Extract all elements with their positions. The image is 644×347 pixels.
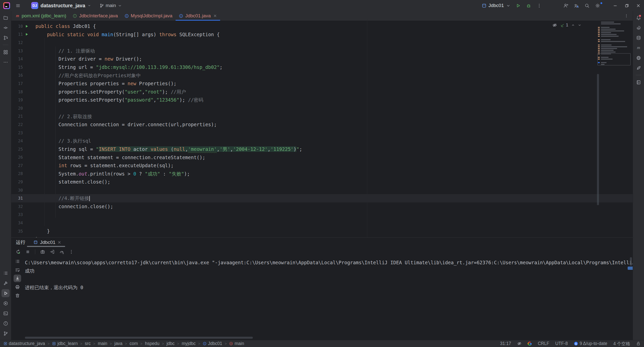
main-menu-button[interactable] (13, 2, 23, 10)
code-line-16[interactable]: 16 //用户名密码放在Properties对象中 (11, 71, 633, 80)
breadcrumb-item-jdbc01[interactable]: CJdbc01 (203, 341, 222, 346)
tool-button-maven[interactable]: m (634, 44, 642, 52)
breadcrumb-item-hspedu[interactable]: hspedu (145, 341, 159, 346)
camera-button[interactable] (39, 248, 46, 255)
code-line-35[interactable]: 35 } (11, 227, 633, 235)
window-close-button[interactable] (632, 1, 644, 11)
code-line-25[interactable]: 25 String sql = "INSERT INTO actor value… (11, 145, 633, 153)
tool-button-pullrequest[interactable] (2, 34, 10, 42)
translate-button[interactable]: 文A (571, 2, 582, 10)
console-hscrollbar[interactable] (25, 337, 253, 339)
close-icon[interactable] (213, 14, 217, 18)
code-line-20[interactable]: 20 (11, 104, 633, 112)
code-line-14[interactable]: 14 Driver driver = new Driver(); (11, 55, 633, 63)
tool-button-hammer[interactable] (2, 279, 10, 287)
rerun-button[interactable] (14, 248, 22, 255)
code-line-24[interactable]: 24 // 3.执行sql (11, 137, 633, 145)
breadcrumb-item-datastructure_java[interactable]: datastructure_java (4, 341, 45, 346)
code-line-21[interactable]: 21 // 2.获取连接 (11, 112, 633, 121)
tool-button-more[interactable] (2, 58, 10, 66)
tool-button-folder[interactable] (2, 14, 10, 22)
attach-button[interactable] (48, 248, 56, 255)
editor-tab-mysqljdbcimpl-java[interactable]: CMysqlJdbcImpl.java (121, 11, 176, 21)
run-config-selector[interactable]: Jdbc01 (482, 3, 511, 8)
breadcrumb-item-java[interactable]: java (114, 341, 123, 346)
inspections-widget[interactable]: 1 (552, 23, 581, 28)
editor-tab-pom-xml-jdbc-learn-[interactable]: mpom.xml (jdbc_learn) (12, 11, 69, 21)
code-line-11[interactable]: 11 public static void main(String[] args… (11, 30, 633, 39)
code-line-31[interactable]: 31 //4.断开链接 (11, 194, 633, 202)
run-button[interactable] (513, 2, 523, 10)
vcs-branch-widget[interactable]: main (100, 3, 122, 8)
list-button[interactable] (14, 257, 21, 265)
code-line-10[interactable]: 10public class Jdbc01 { (11, 22, 633, 30)
breadcrumb-item-jdbc_learn[interactable]: jdbc_learn (52, 341, 78, 346)
run-line-icon[interactable] (25, 32, 29, 36)
run-line-icon[interactable] (25, 24, 29, 28)
breadcrumb-item-myjdbc[interactable]: myjdbc (182, 341, 195, 346)
tool-button-problems[interactable] (2, 319, 10, 327)
breadcrumb-item-jdbc[interactable]: jdbc (167, 341, 175, 346)
translation-engine[interactable] (528, 341, 532, 346)
code-line-34[interactable]: 34 (11, 219, 633, 227)
tool-button-branch[interactable] (2, 329, 10, 337)
editor-tab-jdbcinterface-java[interactable]: IJdbcInterface.java (69, 11, 121, 21)
editor-tab-jdbc01-java[interactable]: CJdbc01.java (176, 11, 220, 21)
highlighting-eye-icon[interactable] (552, 23, 557, 27)
breadcrumb-item-src[interactable]: src (85, 341, 91, 346)
code-line-15[interactable]: 15 String url = "jdbc:mysql://100.113.19… (11, 63, 633, 71)
highlighting-level[interactable] (517, 341, 521, 346)
caret-position[interactable]: 31:17 (500, 341, 511, 346)
indent[interactable]: 4 个空格 (613, 341, 630, 347)
chevron-up-icon[interactable] (571, 23, 575, 27)
code-line-17[interactable]: 17 Properties properties = new Propertie… (11, 79, 633, 88)
code-line-12[interactable]: 12 (11, 38, 633, 47)
code-line-23[interactable]: 23 (11, 129, 633, 137)
tool-button-bell[interactable] (634, 14, 642, 22)
code-line-27[interactable]: 27 int rows = statement.executeUpdate(sq… (11, 161, 633, 170)
vcs-incoming[interactable]: 9 Δ/up-to-date (574, 341, 607, 346)
tool-button-terminal[interactable] (2, 309, 10, 317)
code-line-13[interactable]: 13 // 1. 注册驱动 (11, 47, 633, 55)
tool-button-list[interactable] (2, 269, 10, 277)
window-minimize-button[interactable] (609, 1, 621, 11)
tool-button-database[interactable] (634, 34, 642, 42)
code-line-22[interactable]: 22 Connection connection = driver.connec… (11, 120, 633, 129)
project-widget[interactable]: DJ datastructure_java (31, 2, 91, 9)
code-with-me-button[interactable] (560, 2, 571, 10)
editor-scrollbar[interactable] (597, 74, 599, 205)
tool-button-commit[interactable] (2, 24, 10, 32)
search-everywhere-button[interactable] (582, 2, 592, 10)
kebab-button[interactable] (67, 248, 75, 255)
console-output[interactable]: C:\Users\meowrain\scoop\apps\corretto17-… (23, 256, 633, 340)
debug-button[interactable] (523, 2, 534, 10)
code-editor[interactable]: 10public class Jdbc01 {11 public static … (11, 21, 633, 237)
stop-button[interactable] (24, 248, 31, 255)
scrollend-button[interactable] (14, 275, 21, 282)
trash-button[interactable] (14, 292, 21, 299)
breadcrumb-item-main[interactable]: main (98, 341, 107, 346)
tool-button-services[interactable] (2, 299, 10, 307)
printer-button[interactable] (14, 283, 21, 291)
tool-button-ai[interactable] (634, 24, 642, 32)
code-line-29[interactable]: 29 statement.close(); (11, 178, 633, 186)
code-line-26[interactable]: 26 Statement statement = connection.crea… (11, 153, 633, 162)
window-restore-button[interactable] (621, 1, 632, 11)
run-tab[interactable]: Jdbc01 (32, 238, 62, 247)
breadcrumb-item-main[interactable]: mmain (229, 341, 244, 346)
console-vscrollbar[interactable] (630, 257, 632, 266)
tool-button-structure[interactable] (2, 48, 10, 56)
chevron-down-icon[interactable] (578, 23, 581, 27)
tool-button-leaf[interactable] (634, 64, 642, 72)
code-line-28[interactable]: 28 System.out.println(rows > 0 ? "成功" : … (11, 170, 633, 178)
line-separator[interactable]: CRLF (538, 341, 549, 346)
code-line-36[interactable]: 36} (11, 235, 633, 237)
code-line-30[interactable]: 30 (11, 186, 633, 194)
code-line-18[interactable]: 18 properties.setProperty("user","root")… (11, 88, 633, 96)
softwrap-button[interactable] (14, 266, 21, 274)
profiler-button[interactable] (58, 248, 65, 255)
file-encoding[interactable]: UTF-8 (555, 341, 568, 346)
code-line-33[interactable]: 33 (11, 211, 633, 219)
code-line-32[interactable]: 32 connection.close(); (11, 202, 633, 211)
minimap-viewport[interactable] (597, 53, 631, 65)
